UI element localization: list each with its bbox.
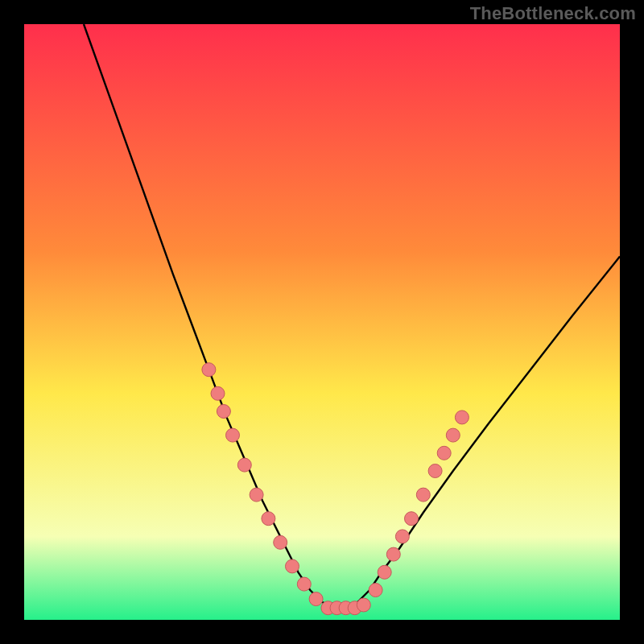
marker-group xyxy=(202,363,469,615)
data-marker xyxy=(455,411,469,424)
data-marker xyxy=(395,530,409,543)
chart-overlay xyxy=(24,24,620,620)
data-marker xyxy=(428,464,442,478)
data-marker xyxy=(217,405,230,419)
data-marker xyxy=(378,565,391,579)
chart-frame: TheBottleneck.com xyxy=(0,0,644,644)
data-marker xyxy=(437,446,451,460)
bottleneck-curve xyxy=(84,24,620,608)
data-marker xyxy=(226,428,240,442)
data-marker xyxy=(386,547,400,561)
data-marker xyxy=(286,559,299,573)
watermark-text: TheBottleneck.com xyxy=(470,3,636,24)
data-marker xyxy=(446,428,460,442)
data-marker xyxy=(211,386,225,400)
data-marker xyxy=(369,584,382,597)
data-marker xyxy=(405,512,419,526)
data-marker xyxy=(297,577,311,591)
data-marker xyxy=(202,363,216,377)
data-marker xyxy=(237,458,251,472)
data-marker xyxy=(250,488,263,502)
data-marker xyxy=(262,512,275,526)
data-marker xyxy=(357,598,370,612)
plot-area xyxy=(24,24,620,620)
data-marker xyxy=(274,535,287,549)
data-marker xyxy=(309,592,323,606)
data-marker xyxy=(416,488,430,502)
